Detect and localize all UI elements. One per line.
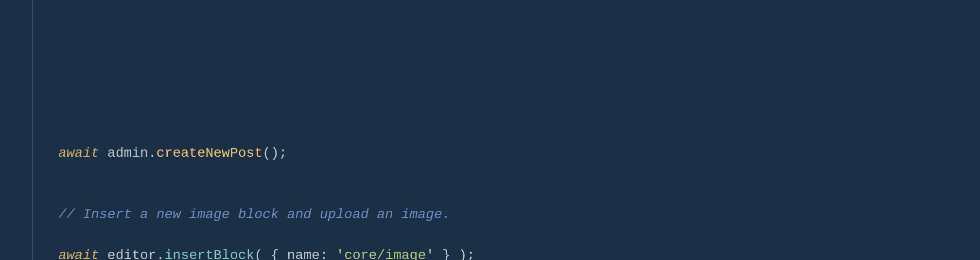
dot: . [148,146,157,161]
dot: . [157,248,165,260]
colon: : [320,248,336,260]
code-line: // Insert a new image block and upload a… [58,204,980,225]
semicolon: ; [467,248,475,260]
string-literal: 'core/image' [336,248,434,260]
comment: // Insert a new image block and upload a… [58,207,451,222]
identifier: editor [107,248,157,260]
semicolon: ; [279,146,287,161]
parens: () [262,146,279,161]
code-line: await admin.createNewPost(); [58,143,980,164]
method-call: createNewPost [157,146,262,161]
keyword-await: await [58,146,99,161]
identifier: admin [107,146,148,161]
open: ( { [254,248,287,260]
code-editor[interactable]: await admin.createNewPost(); // Insert a… [0,123,980,260]
method-call: insertBlock [164,248,254,260]
code-line: await editor.insertBlock( { name: 'core/… [58,245,980,260]
object-key: name [287,248,320,260]
gutter-border [32,0,33,260]
close: } ) [434,248,467,260]
keyword-await: await [58,248,99,260]
